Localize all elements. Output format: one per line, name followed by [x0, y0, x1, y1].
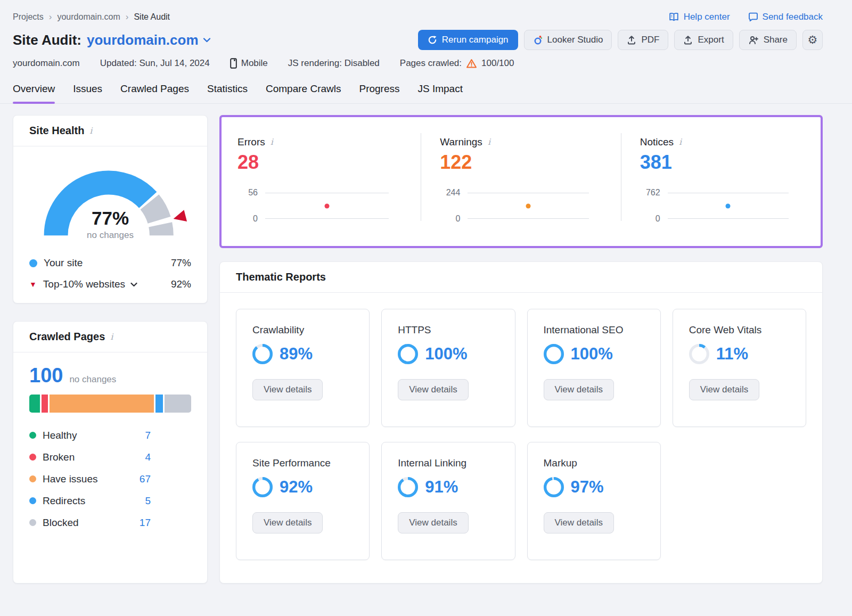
bar-segment-healthy — [29, 395, 40, 413]
tab-progress[interactable]: Progress — [359, 83, 399, 103]
upload-icon — [683, 35, 693, 45]
share-button[interactable]: Share — [739, 30, 797, 50]
rerun-campaign-label: Rerun campaign — [442, 35, 509, 45]
healthy-count-link[interactable]: 7 — [145, 430, 151, 441]
bar-segment-broken — [42, 395, 48, 413]
site-audit-page: Projects › yourdomain.com › Site Audit H… — [0, 0, 852, 584]
crawled-change: no changes — [69, 374, 116, 385]
pdf-label: PDF — [641, 35, 659, 45]
green-dot-icon — [29, 432, 36, 439]
site-health-gauge: 77% no changes — [33, 163, 187, 241]
have-issues-count-link[interactable]: 67 — [140, 473, 151, 485]
thematic-score: 11% — [716, 344, 748, 364]
donut-chart — [398, 344, 418, 364]
tab-js-impact[interactable]: JS Impact — [418, 83, 463, 103]
axis-max-label: 244 — [440, 188, 460, 198]
feedback-bubble-icon — [748, 12, 758, 22]
donut-chart — [544, 477, 564, 497]
crawled-pages-title: Crawled Pages — [29, 331, 105, 343]
crawled-total: 100 — [29, 364, 63, 387]
page-title: Site Audit: — [13, 32, 81, 48]
info-icon[interactable]: i — [110, 333, 113, 341]
warnings-count[interactable]: 122 — [440, 151, 588, 174]
chevron-down-icon — [130, 282, 137, 287]
send-feedback-label: Send feedback — [763, 12, 823, 22]
warnings-summary: Warnings i 122 244 0 — [421, 136, 620, 246]
meta-pages-crawled: Pages crawled: 100/100 — [400, 58, 514, 69]
thematic-score: 89% — [280, 344, 313, 364]
campaign-domain: yourdomain.com — [87, 32, 198, 48]
notices-summary: Notices i 381 762 0 — [621, 136, 821, 246]
thematic-card-crawlability: Crawlability 89% View details — [236, 309, 370, 427]
meta-device: Mobile — [230, 58, 268, 69]
errors-count[interactable]: 28 — [237, 151, 389, 174]
info-icon[interactable]: i — [488, 138, 490, 146]
tab-statistics[interactable]: Statistics — [207, 83, 248, 103]
thematic-score: 100% — [425, 344, 467, 364]
issues-summary-box: Errors i 28 56 0 Warnings — [219, 115, 823, 248]
mobile-phone-icon — [230, 58, 237, 69]
info-icon[interactable]: i — [271, 138, 273, 146]
crawled-pages-card: Crawled Pages i 100 no changes — [13, 321, 208, 584]
tab-compare-crawls[interactable]: Compare Crawls — [266, 83, 341, 103]
view-details-button[interactable]: View details — [544, 512, 614, 533]
notices-label: Notices — [640, 136, 674, 148]
rerun-campaign-button[interactable]: Rerun campaign — [418, 30, 518, 50]
notices-count[interactable]: 381 — [640, 151, 789, 174]
view-details-button[interactable]: View details — [252, 512, 323, 533]
breadcrumb: Projects › yourdomain.com › Site Audit — [13, 12, 170, 22]
blocked-count-link[interactable]: 17 — [140, 517, 151, 529]
report-tabs: Overview Issues Crawled Pages Statistics… — [0, 83, 852, 104]
breadcrumb-projects[interactable]: Projects — [13, 12, 44, 22]
thematic-score: 100% — [571, 344, 613, 364]
gray-dot-icon — [29, 519, 36, 526]
blue-dot-icon — [29, 497, 36, 504]
campaign-selector[interactable]: yourdomain.com — [87, 32, 210, 48]
view-details-button[interactable]: View details — [398, 379, 468, 400]
view-details-button[interactable]: View details — [544, 379, 614, 400]
top10-value: 92% — [171, 278, 191, 290]
info-icon[interactable]: i — [679, 138, 682, 146]
broken-count-link[interactable]: 4 — [145, 451, 151, 463]
share-label: Share — [764, 35, 788, 45]
thematic-score: 97% — [571, 478, 604, 497]
thematic-score: 91% — [425, 478, 458, 497]
view-details-button[interactable]: View details — [398, 512, 468, 533]
tab-crawled-pages[interactable]: Crawled Pages — [120, 83, 189, 103]
settings-button[interactable]: ⚙ — [802, 30, 823, 50]
pdf-button[interactable]: PDF — [618, 30, 668, 50]
thematic-reports-card: Thematic Reports Crawlability 89% View d… — [219, 261, 823, 584]
view-details-button[interactable]: View details — [252, 379, 323, 400]
legend-redirects: Redirects 5 — [29, 490, 151, 512]
book-icon — [668, 12, 679, 22]
send-feedback-link[interactable]: Send feedback — [748, 12, 823, 22]
errors-summary: Errors i 28 56 0 — [222, 136, 421, 246]
export-button[interactable]: Export — [674, 30, 733, 50]
site-health-change: no changes — [33, 230, 187, 241]
your-site-value: 77% — [171, 257, 191, 269]
thematic-card-core-web-vitals: Core Web Vitals 11% View details — [673, 309, 806, 427]
breadcrumb-separator: › — [126, 12, 129, 22]
notices-data-point — [726, 203, 731, 208]
legend-blocked: Blocked 17 — [29, 512, 151, 533]
errors-trend-chart: 56 0 — [237, 193, 389, 219]
info-icon[interactable]: i — [89, 127, 92, 135]
red-triangle-icon: ▼ — [29, 280, 37, 289]
share-person-icon — [748, 35, 759, 45]
redirects-count-link[interactable]: 5 — [145, 495, 151, 507]
thematic-card-markup: Markup 97% View details — [527, 442, 661, 560]
thematic-card-https: HTTPS 100% View details — [381, 309, 515, 427]
tab-overview[interactable]: Overview — [13, 83, 55, 103]
looker-studio-button[interactable]: Looker Studio — [524, 30, 612, 50]
donut-chart — [689, 344, 709, 364]
view-details-button[interactable]: View details — [689, 379, 759, 400]
crawled-pages-bar — [29, 395, 191, 413]
warnings-data-point — [526, 203, 531, 208]
breadcrumb-domain[interactable]: yourdomain.com — [57, 12, 120, 22]
bar-segment-redirects — [155, 395, 163, 413]
help-center-label: Help center — [684, 12, 730, 22]
thematic-card-site-performance: Site Performance 92% View details — [236, 442, 370, 560]
help-center-link[interactable]: Help center — [668, 12, 730, 22]
legend-top10-websites[interactable]: ▼ Top-10% websites 92% — [29, 274, 191, 295]
tab-issues[interactable]: Issues — [73, 83, 102, 103]
